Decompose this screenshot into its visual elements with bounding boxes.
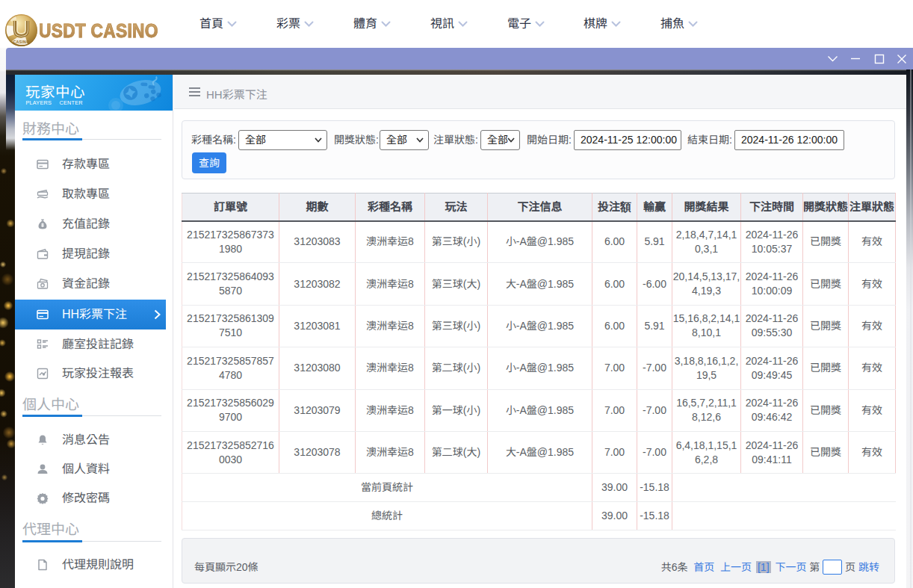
svg-text:CASINO: CASINO — [13, 40, 30, 44]
